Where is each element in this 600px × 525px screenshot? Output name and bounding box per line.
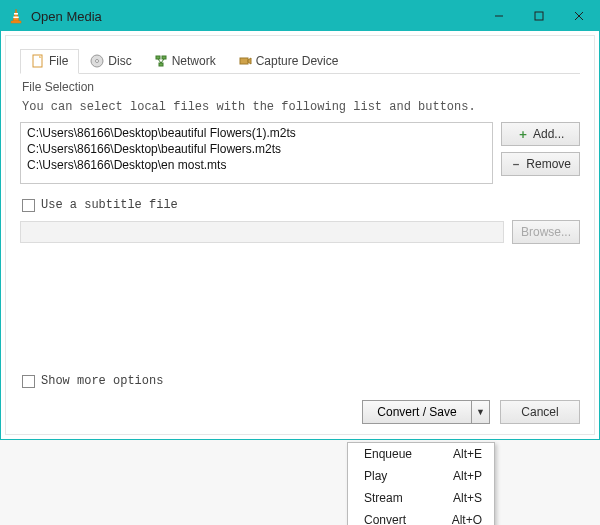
dropdown-label: Enqueue — [364, 447, 412, 461]
tab-network[interactable]: Network — [143, 49, 227, 74]
dropdown-shortcut: Alt+P — [453, 469, 482, 483]
convert-save-dropdown: Enqueue Alt+E Play Alt+P Stream Alt+S Co… — [347, 442, 495, 525]
tab-disc-label: Disc — [108, 54, 131, 68]
dropdown-label: Play — [364, 469, 387, 483]
dropdown-label: Stream — [364, 491, 403, 505]
tab-capture-label: Capture Device — [256, 54, 339, 68]
convert-save-split-button: Convert / Save ▼ — [362, 400, 490, 424]
svg-rect-14 — [159, 63, 163, 66]
list-item[interactable]: C:\Users\86166\Desktop\beautiful Flowers… — [21, 125, 492, 141]
file-icon — [31, 54, 45, 68]
capture-device-icon — [238, 54, 252, 68]
dialog-footer: Convert / Save ▼ Cancel — [20, 400, 580, 424]
svg-line-15 — [158, 59, 161, 63]
dropdown-label: Convert — [364, 513, 406, 525]
subtitle-checkbox-label: Use a subtitle file — [41, 198, 178, 212]
add-label: Add... — [533, 127, 564, 141]
dropdown-item-convert[interactable]: Convert Alt+O — [348, 509, 494, 525]
dropdown-item-enqueue[interactable]: Enqueue Alt+E — [348, 443, 494, 465]
file-selection-help: You can select local files with the foll… — [22, 100, 580, 114]
window-title: Open Media — [31, 9, 479, 24]
show-more-options-label: Show more options — [41, 374, 163, 388]
svg-rect-17 — [240, 58, 248, 64]
convert-save-button[interactable]: Convert / Save — [362, 400, 472, 424]
tab-network-label: Network — [172, 54, 216, 68]
subtitle-path-input — [20, 221, 504, 243]
caret-down-icon: ▼ — [476, 407, 485, 417]
svg-point-11 — [96, 60, 99, 63]
minimize-button[interactable] — [479, 1, 519, 31]
disc-icon — [90, 54, 104, 68]
remove-button[interactable]: － Remove — [501, 152, 580, 176]
file-selection-heading: File Selection — [22, 80, 580, 94]
file-list[interactable]: C:\Users\86166\Desktop\beautiful Flowers… — [20, 122, 493, 184]
titlebar: Open Media — [1, 1, 599, 31]
cancel-label: Cancel — [521, 405, 558, 419]
svg-rect-12 — [156, 56, 160, 59]
dropdown-shortcut: Alt+E — [453, 447, 482, 461]
dialog-content: File Disc Network Capture Device — [5, 35, 595, 435]
list-item[interactable]: C:\Users\86166\Desktop\en most.mts — [21, 157, 492, 173]
close-button[interactable] — [559, 1, 599, 31]
remove-label: Remove — [526, 157, 571, 171]
show-more-options-checkbox[interactable] — [22, 375, 35, 388]
svg-line-16 — [161, 59, 164, 63]
browse-button: Browse... — [512, 220, 580, 244]
dropdown-item-stream[interactable]: Stream Alt+S — [348, 487, 494, 509]
tab-file-label: File — [49, 54, 68, 68]
list-item[interactable]: C:\Users\86166\Desktop\beautiful Flowers… — [21, 141, 492, 157]
dropdown-shortcut: Alt+O — [452, 513, 482, 525]
tab-disc[interactable]: Disc — [79, 49, 142, 74]
add-button[interactable]: ＋ Add... — [501, 122, 580, 146]
tab-file[interactable]: File — [20, 49, 79, 74]
svg-rect-2 — [13, 17, 18, 19]
subtitle-checkbox[interactable] — [22, 199, 35, 212]
svg-rect-1 — [14, 13, 18, 15]
minus-icon: － — [510, 156, 522, 173]
dropdown-item-play[interactable]: Play Alt+P — [348, 465, 494, 487]
open-media-window: Open Media File Disc — [0, 0, 600, 440]
cancel-button[interactable]: Cancel — [500, 400, 580, 424]
browse-label: Browse... — [521, 225, 571, 239]
plus-icon: ＋ — [517, 126, 529, 143]
svg-marker-0 — [13, 9, 19, 21]
convert-save-label: Convert / Save — [377, 405, 456, 419]
dropdown-shortcut: Alt+S — [453, 491, 482, 505]
svg-rect-3 — [11, 21, 21, 23]
svg-rect-5 — [535, 12, 543, 20]
spacer — [20, 250, 580, 370]
tabs: File Disc Network Capture Device — [20, 48, 580, 74]
tab-capture-device[interactable]: Capture Device — [227, 49, 350, 74]
convert-save-dropdown-toggle[interactable]: ▼ — [472, 400, 490, 424]
maximize-button[interactable] — [519, 1, 559, 31]
vlc-cone-icon — [1, 8, 31, 24]
network-icon — [154, 54, 168, 68]
svg-rect-13 — [162, 56, 166, 59]
